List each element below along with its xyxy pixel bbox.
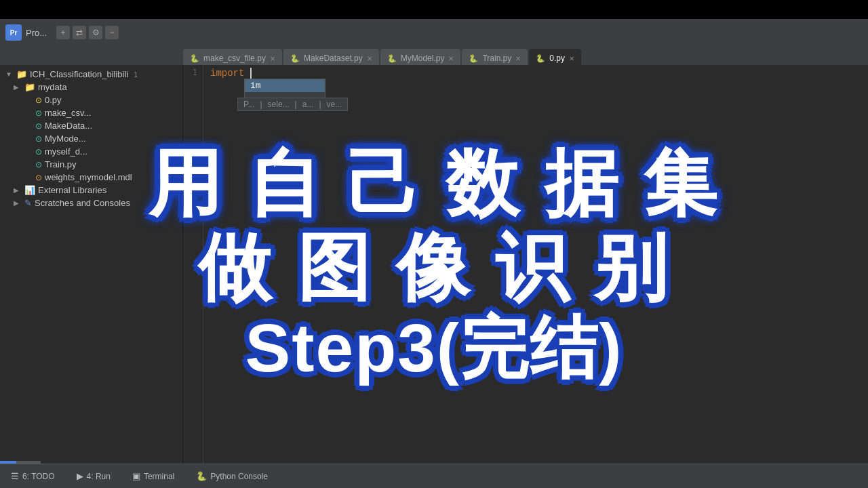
line-numbers: 1	[183, 65, 203, 464]
sidebar-item-0py[interactable]: ⊙ 0.py	[0, 94, 182, 106]
status-python-console[interactable]: 🐍 Python Console	[192, 468, 272, 484]
sidebar-item-external-libs[interactable]: ▶ 📊 External Libraries	[0, 184, 182, 197]
extlibs-arrow: ▶	[14, 186, 22, 194]
tab-icon-train: 🐍	[469, 54, 478, 63]
sidebar-item-trainpy[interactable]: ⊙ Train.py	[0, 158, 182, 171]
status-run[interactable]: ▶ 4: Run	[73, 468, 115, 484]
tab-close-make-csv[interactable]: ✕	[270, 55, 275, 62]
makedata-file-icon: ⊙	[35, 121, 42, 131]
tab-icon-0py: 🐍	[536, 54, 545, 63]
tab-close-makedataset[interactable]: ✕	[367, 55, 372, 62]
terminal-icon: ▣	[132, 471, 140, 481]
sidebar-item-myselfd[interactable]: ⊙ myself_d...	[0, 145, 182, 158]
cursor	[244, 68, 251, 79]
extlibs-folder-icon: 📊	[24, 185, 35, 195]
param-sep1: |	[260, 100, 262, 109]
editor-area[interactable]: import im ... P... | sele... | a... | ve…	[203, 65, 868, 464]
status-python-label: Python Console	[210, 472, 268, 481]
tab-close-train[interactable]: ✕	[515, 55, 521, 62]
mymodel-file-icon: ⊙	[35, 134, 42, 144]
python-icon: 🐍	[196, 471, 207, 481]
main-area: ▼ 📁 ICH_Classification_bilibili 1 ▶ 📁 my…	[0, 65, 868, 464]
weights-file-icon: ⊙	[35, 173, 42, 182]
mydata-folder-icon: 📁	[24, 82, 35, 92]
scratches-folder-icon: ✎	[24, 198, 32, 208]
title-actions: + ⇄ ⚙ −	[56, 26, 119, 39]
trainpy-file-icon: ⊙	[35, 160, 42, 169]
sidebar-item-makecsv[interactable]: ⊙ make_csv...	[0, 106, 182, 119]
sidebar-item-scratches[interactable]: ▶ ✎ Scratches and Consoles	[0, 197, 182, 209]
project-label: Pro...	[26, 28, 47, 38]
minimize-button[interactable]: −	[105, 26, 119, 39]
param-hint-a: a...	[302, 100, 314, 109]
project-root-arrow: ▼	[5, 70, 14, 78]
nav-button[interactable]: ⇄	[73, 26, 86, 39]
scratches-arrow: ▶	[14, 199, 22, 207]
tab-icon-makedataset: 🐍	[290, 54, 300, 63]
settings-button[interactable]: ⚙	[89, 26, 102, 39]
play-icon: ▶	[77, 471, 83, 481]
autocomplete-item-1[interactable]: im	[245, 79, 325, 92]
status-todo-label: 6: TODO	[22, 472, 55, 481]
add-button[interactable]: +	[56, 26, 70, 39]
line-number-label: 1	[134, 70, 138, 79]
sidebar-item-weights[interactable]: ⊙ weights_mymodel.mdl	[0, 171, 182, 184]
sidebar-tree: ▼ 📁 ICH_Classification_bilibili 1 ▶ 📁 my…	[0, 65, 182, 464]
code-import-keyword: import	[210, 68, 244, 79]
param-hint-sele: sele...	[268, 100, 290, 109]
list-icon: ☰	[11, 471, 19, 481]
param-hint-text: P...	[243, 100, 254, 109]
tab-icon-make-csv: 🐍	[190, 54, 199, 63]
0py-file-icon: ⊙	[35, 96, 42, 105]
status-bar: ☰ 6: TODO ▶ 4: Run ▣ Terminal 🐍 Python C…	[0, 464, 868, 488]
sidebar-item-makedata[interactable]: ⊙ MakeData...	[0, 119, 182, 132]
makecsv-file-icon: ⊙	[35, 108, 42, 118]
mydata-arrow: ▶	[14, 83, 22, 91]
param-hint-ve: ve...	[327, 100, 342, 109]
project-root-label: ICH_Classification_bilibili	[30, 69, 128, 79]
param-sep2: |	[295, 100, 297, 109]
myselfd-file-icon: ⊙	[35, 147, 42, 157]
status-todo[interactable]: ☰ 6: TODO	[7, 468, 59, 484]
tab-icon-mymodel: 🐍	[387, 54, 397, 63]
tab-close-mymodel[interactable]: ✕	[448, 55, 454, 62]
tab-close-0py[interactable]: ✕	[569, 55, 574, 62]
status-run-label: 4: Run	[87, 472, 111, 481]
sidebar: ▼ 📁 ICH_Classification_bilibili 1 ▶ 📁 my…	[0, 65, 183, 464]
sidebar-item-mymodel[interactable]: ⊙ MyMode...	[0, 132, 182, 145]
status-terminal[interactable]: ▣ Terminal	[128, 468, 178, 484]
project-folder-icon: 📁	[16, 69, 27, 79]
sidebar-item-project-root[interactable]: ▼ 📁 ICH_Classification_bilibili 1	[0, 68, 182, 81]
sidebar-item-mydata[interactable]: ▶ 📁 mydata	[0, 81, 182, 94]
title-bar: Pr Pro... + ⇄ ⚙ −	[0, 19, 868, 46]
top-black-bar	[0, 0, 868, 19]
param-sep3: |	[319, 100, 321, 109]
param-hint: P... | sele... | a... | ve...	[237, 98, 348, 111]
status-terminal-label: Terminal	[144, 472, 174, 481]
editor-wrapper: 1 import im ... P... | sele... | a... | …	[183, 65, 868, 464]
project-icon: Pr	[5, 24, 22, 41]
